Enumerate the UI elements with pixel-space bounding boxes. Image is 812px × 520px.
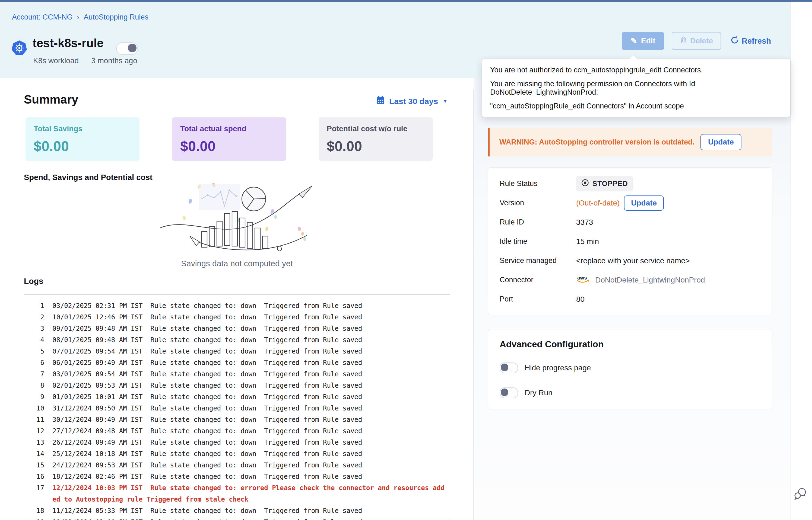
refresh-button[interactable]: Refresh	[729, 35, 773, 47]
log-row: 309/01/2025 09:48 AM IST Rule state chan…	[29, 323, 450, 334]
log-line-number: 1	[29, 300, 44, 312]
refresh-icon	[730, 36, 739, 46]
tooltip-caret	[629, 54, 638, 59]
empty-chart-state: Savings data not computed yet	[24, 182, 450, 268]
help-chat-icon[interactable]	[793, 486, 808, 503]
log-row: 901/01/2025 10:01 AM IST Rule state chan…	[29, 391, 450, 402]
log-message: 01/01/2025 10:01 AM IST Rule state chang…	[52, 391, 446, 402]
log-line-number: 10	[29, 402, 44, 414]
summary-cards: Total Savings $0.00 Total actual spend $…	[25, 118, 433, 161]
card-value: $0.00	[34, 138, 131, 154]
log-row: 210/01/2025 12:46 PM IST Rule state chan…	[29, 312, 450, 323]
log-line-number: 18	[29, 505, 44, 517]
tooltip-line: You are missing the following permission…	[490, 80, 782, 97]
log-row: 408/01/2025 09:48 AM IST Rule state chan…	[29, 334, 450, 346]
tooltip-line: "ccm_autoStoppingRule_edit Connectors" i…	[490, 102, 782, 110]
page-title: test-k8s-rule	[32, 36, 104, 50]
rule-status-label: Rule Status	[500, 180, 576, 188]
service-managed-row: Service managed <replace with your servi…	[500, 251, 761, 270]
rule-id-label: Rule ID	[500, 218, 576, 226]
service-managed-label: Service managed	[500, 257, 576, 265]
log-line-number: 8	[29, 380, 44, 391]
dry-run-row: Dry Run	[500, 386, 761, 399]
rule-id-row: Rule ID 3373	[500, 212, 761, 232]
version-row: Version (Out-of-date) Update	[500, 193, 761, 212]
workload-type-label: K8s workload	[33, 56, 79, 65]
connector-label: Connector	[500, 276, 576, 284]
version-value: (Out-of-date)	[576, 199, 620, 207]
log-row: 1326/12/2024 09:49 AM IST Rule state cha…	[29, 437, 450, 448]
log-row: 1425/12/2024 10:18 AM IST Rule state cha…	[29, 448, 450, 460]
rule-enable-toggle[interactable]	[116, 42, 138, 55]
card-label: Total Savings	[34, 125, 131, 133]
log-row: 703/01/2025 09:54 AM IST Rule state chan…	[29, 368, 450, 380]
log-line-number: 4	[29, 334, 44, 346]
status-badge: STOPPED	[576, 176, 633, 191]
log-message: 02/01/2025 09:53 AM IST Rule state chang…	[52, 380, 446, 391]
port-label: Port	[500, 295, 576, 303]
aws-logo-icon: aws	[576, 274, 591, 286]
log-message: 06/01/2025 09:49 AM IST Rule state chang…	[52, 357, 446, 368]
log-line-number: 6	[29, 357, 44, 368]
rule-status-row: Rule Status STOPPED	[500, 174, 761, 193]
edit-button-label: Edit	[641, 36, 656, 45]
log-message: 07/01/2025 09:54 AM IST Rule state chang…	[52, 346, 446, 357]
log-message: 10/01/2025 12:46 PM IST Rule state chang…	[52, 312, 446, 323]
log-line-number: 19	[29, 517, 44, 520]
trash-icon	[680, 36, 687, 46]
spend-savings-heading: Spend, Savings and Potential cost	[24, 173, 152, 182]
log-message: 12/12/2024 10:03 PM IST Rule state chang…	[52, 482, 446, 505]
connector-row: Connector aws DoNotDelete_LightwingNonPr…	[500, 270, 761, 290]
savings-doodle-illustration	[158, 182, 316, 257]
breadcrumb-autostopping-rules-link[interactable]: AutoStopping Rules	[83, 13, 148, 21]
log-message: 25/12/2024 10:18 AM IST Rule state chang…	[52, 448, 446, 460]
dry-run-label: Dry Run	[524, 389, 552, 397]
breadcrumb-account-link[interactable]: Account: CCM-NG	[12, 13, 73, 21]
version-update-button[interactable]: Update	[624, 196, 664, 211]
warning-text: WARNING: AutoStopping controller version…	[499, 138, 694, 147]
port-value: 80	[576, 295, 585, 304]
version-label: Version	[500, 199, 576, 207]
log-row: 1618/12/2024 02:46 PM IST Rule state cha…	[29, 471, 450, 482]
log-message: 18/12/2024 02:46 PM IST Rule state chang…	[52, 471, 446, 482]
log-row: 606/01/2025 09:49 AM IST Rule state chan…	[29, 357, 450, 368]
log-row: 1031/12/2024 09:50 AM IST Rule state cha…	[29, 402, 450, 414]
warning-update-button[interactable]: Update	[700, 134, 741, 150]
log-message: 03/01/2025 09:54 AM IST Rule state chang…	[52, 368, 446, 380]
controller-outdated-warning: WARNING: AutoStopping controller version…	[488, 128, 772, 156]
log-list: 103/02/2025 02:31 PM IST Rule state chan…	[29, 300, 450, 520]
date-range-label: Last 30 days	[389, 97, 438, 106]
rule-details-card: Rule Status STOPPED Version (Out-of-date…	[488, 167, 772, 315]
log-message: 26/12/2024 09:49 AM IST Rule state chang…	[52, 437, 446, 448]
log-line-number: 17	[29, 482, 44, 505]
hide-progress-page-toggle[interactable]	[500, 363, 518, 373]
log-line-number: 2	[29, 312, 44, 323]
log-row: 802/01/2025 09:53 AM IST Rule state chan…	[29, 380, 450, 391]
stop-icon	[581, 179, 589, 189]
refresh-button-label: Refresh	[742, 36, 771, 46]
delete-button-label: Delete	[690, 36, 713, 45]
port-row: Port 80	[500, 290, 761, 309]
dry-run-toggle[interactable]	[500, 387, 518, 398]
idle-time-row: Idle time 15 min	[500, 232, 761, 251]
log-message: 11/12/2024 03:00 PM IST Rule state chang…	[52, 517, 446, 520]
log-line-number: 12	[29, 425, 44, 437]
service-managed-value: <replace with your service name>	[576, 257, 690, 265]
svg-text:aws: aws	[577, 275, 587, 281]
potential-cost-card: Potential cost w/o rule $0.00	[319, 118, 433, 161]
log-row: 1811/12/2024 05:33 PM IST Rule state cha…	[29, 505, 450, 517]
total-savings-card: Total Savings $0.00	[25, 118, 140, 161]
edit-button[interactable]: ✎ Edit	[622, 32, 664, 50]
idle-time-label: Idle time	[500, 237, 576, 245]
breadcrumb: Account: CCM-NG › AutoStopping Rules	[12, 13, 148, 21]
delete-button[interactable]: Delete	[672, 32, 721, 50]
hide-progress-page-label: Hide progress page	[524, 364, 591, 372]
log-viewer[interactable]: 103/02/2025 02:31 PM IST Rule state chan…	[24, 294, 450, 520]
header-actions: ✎ Edit Delete Refresh	[622, 32, 773, 50]
date-range-selector[interactable]: Last 30 days ▼	[376, 96, 447, 107]
advanced-configuration-card: Advanced Configuration Hide progress pag…	[488, 329, 772, 409]
log-message: 11/12/2024 05:33 PM IST Rule state chang…	[52, 505, 446, 517]
toggle-knob	[128, 44, 137, 52]
log-row: 1227/12/2024 09:48 AM IST Rule state cha…	[29, 425, 450, 437]
card-value: $0.00	[327, 138, 424, 154]
